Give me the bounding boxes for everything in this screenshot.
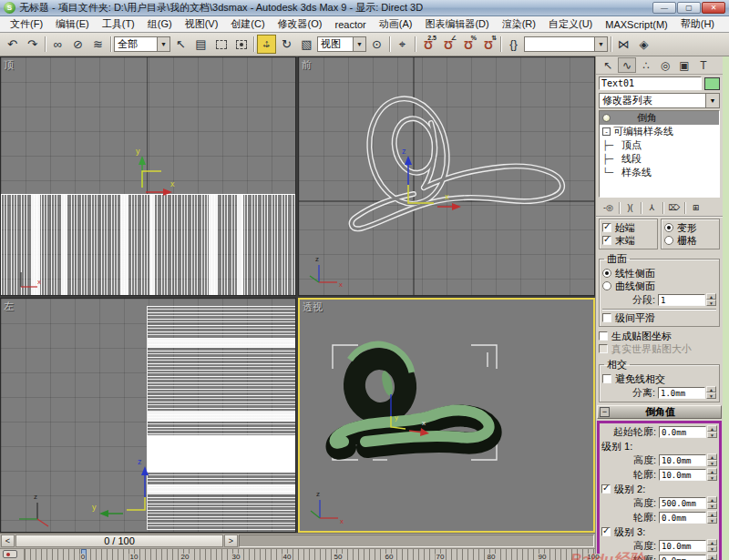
stack-item-4[interactable]: ├─ 线段 [600,152,719,166]
grid-radio[interactable] [664,236,673,245]
snap-toggle-icon[interactable]: Ω2.5 [418,35,437,54]
separation-spinner-value[interactable]: 1.0mm [658,387,705,399]
spinner-down-icon[interactable]: ▼ [707,517,717,524]
spinner-up-icon[interactable]: ▲ [707,554,717,560]
stack-item-2[interactable]: -可编辑样条线 [600,125,719,138]
spinner-down-icon[interactable]: ▼ [706,300,716,306]
viewport-perspective[interactable]: 透视 [298,298,595,533]
bevel-level-1-outline-spinner-value[interactable]: 10.0mm [659,469,706,481]
bevel-level-2-checkbox[interactable] [601,484,611,494]
object-color-swatch[interactable] [704,77,720,90]
spinner-up-icon[interactable]: ▲ [706,386,716,392]
spinner-down-icon[interactable]: ▼ [707,474,717,481]
select-and-link-icon[interactable]: ∞ [48,35,67,54]
spinner-up-icon[interactable]: ▲ [707,511,717,517]
menu-item-7[interactable]: 修改器(O) [272,17,329,31]
menu-item-6[interactable]: 创建(C) [224,17,271,31]
stack-item-5[interactable]: └─ 样条线 [600,166,719,179]
align-icon[interactable]: ◈ [634,35,653,54]
spinner-down-icon[interactable]: ▼ [707,460,717,466]
viewport-front[interactable]: 前 [298,56,595,296]
segments-spinner-value[interactable]: 1 [658,294,705,306]
angle-snap-icon[interactable]: Ω∠ [438,35,457,54]
tab-hierarchy[interactable]: ∴ [637,57,655,73]
bevel-level-3-checkbox[interactable] [601,527,611,536]
cap-end-checkbox[interactable] [602,236,611,245]
lightbulb-icon[interactable] [602,114,611,122]
chevron-down-icon[interactable]: ▼ [157,37,169,51]
spinner-up-icon[interactable]: ▲ [707,539,717,545]
spinner-up-icon[interactable]: ▲ [707,496,717,503]
close-button[interactable]: ✕ [702,2,725,14]
bevel-level-2-outline-spinner-value[interactable]: 0.0mm [659,512,706,524]
chevron-down-icon[interactable]: ▼ [353,37,365,51]
keep-lines-from-crossing-checkbox[interactable] [602,374,611,383]
percent-snap-icon[interactable]: Ω% [458,35,477,54]
menu-item-9[interactable]: 动画(A) [373,17,419,31]
menu-item-14[interactable]: 帮助(H) [674,17,721,31]
menu-item-4[interactable]: 组(G) [141,17,179,31]
mirror-icon[interactable]: ⋈ [614,35,633,54]
menu-item-11[interactable]: 渲染(R) [496,17,542,31]
bevel-level-3-outline-spinner-value[interactable]: 0.0mm [659,555,706,560]
previous-frame-button[interactable]: < [1,535,15,547]
menu-item-13[interactable]: MAXScript(M) [599,19,673,30]
spinner-up-icon[interactable]: ▲ [706,293,716,300]
chevron-down-icon[interactable]: ▼ [594,37,607,51]
stack-item-3[interactable]: ├─ 顶点 [600,138,719,152]
spinner-down-icon[interactable]: ▼ [706,392,716,399]
show-end-result-button[interactable]: )( [622,201,638,215]
spinner-snap-icon[interactable]: Ω⇅ [478,35,498,54]
spinner-down-icon[interactable]: ▼ [707,545,717,552]
select-and-move-icon[interactable]: ↔↕ [257,35,276,54]
smooth-across-levels-checkbox[interactable] [602,313,611,322]
start-outline-spinner-value[interactable]: 0.0mm [659,426,706,438]
undo-icon[interactable]: ↶ [3,35,22,54]
tab-create[interactable]: ↖ [599,57,617,73]
modifier-list-dropdown[interactable]: 修改器列表 ▼ [599,93,720,108]
use-pivot-point-center-icon[interactable]: ⊙ [367,35,386,54]
linear-sides-radio[interactable] [602,269,611,278]
generate-mapping-coords-checkbox[interactable] [599,331,608,341]
select-and-manipulate-icon[interactable]: ⌖ [393,35,412,54]
time-slider-track[interactable] [239,535,594,547]
configure-modifier-sets-button[interactable]: ⊞ [688,201,703,215]
stack-item-1[interactable]: 倒角 [600,111,719,125]
reference-coordinate-dropdown[interactable]: 视图▼ [317,36,366,52]
maximize-button[interactable]: ▢ [677,2,701,14]
remove-modifier-button[interactable]: ⌦ [666,201,682,215]
spinner-up-icon[interactable]: ▲ [707,453,717,460]
unlink-selection-icon[interactable]: ⊘ [68,35,87,54]
viewport-left[interactable]: 左 z y z [0,298,296,533]
track-bar-ruler[interactable]: 0102030405060708090100 [24,549,595,560]
menu-item-10[interactable]: 图表编辑器(D) [418,17,495,31]
next-frame-button[interactable]: > [224,535,238,547]
spinner-up-icon[interactable]: ▲ [707,468,717,474]
spinner-down-icon[interactable]: ▼ [707,503,717,509]
menu-item-5[interactable]: 视图(V) [179,17,225,31]
frame-display[interactable]: 0 / 100 [15,535,223,547]
window-crossing-icon[interactable] [231,35,251,54]
curve-sides-radio[interactable] [602,281,611,290]
viewport-top[interactable]: 顶 y x x [0,56,296,296]
spinner-up-icon[interactable]: ▲ [707,425,717,432]
rect-selection-region-icon[interactable] [211,35,231,54]
named-selection-sets-icon[interactable]: {} [504,35,523,54]
bevel-level-3-height-spinner-value[interactable]: 10.0mm [659,540,706,552]
cap-start-checkbox[interactable] [602,223,611,232]
redo-icon[interactable]: ↷ [23,35,42,54]
track-bar[interactable]: 0102030405060708090100 [0,549,595,560]
expander-icon[interactable]: - [602,127,611,136]
select-object-icon[interactable]: ↖ [171,35,190,54]
spinner-down-icon[interactable]: ▼ [707,432,717,438]
bevel-level-2-height-spinner-value[interactable]: 500.0mm [659,497,706,509]
morph-radio[interactable] [664,223,673,232]
pin-stack-button[interactable]: -◎ [601,201,616,215]
selection-filter-dropdown[interactable]: 全部▼ [114,36,170,52]
bevel-level-1-height-spinner-value[interactable]: 10.0mm [659,454,706,466]
bind-to-space-warp-icon[interactable]: ≋ [88,35,108,54]
menu-item-1[interactable]: 文件(F) [4,17,49,31]
tab-utilities[interactable]: T [694,57,713,73]
menu-item-12[interactable]: 自定义(U) [542,17,599,31]
tab-display[interactable]: ▣ [675,57,693,73]
